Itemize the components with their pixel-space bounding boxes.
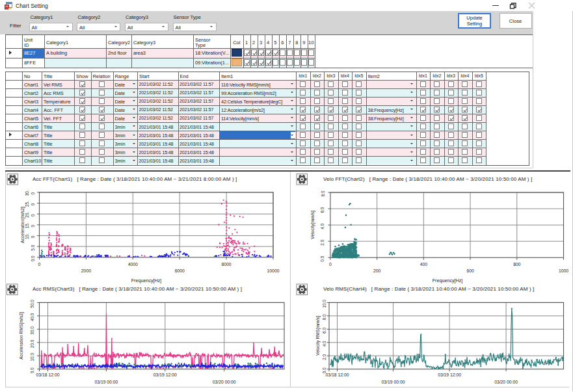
svg-text:50.0: 50.0 bbox=[31, 300, 35, 308]
svg-text:8.0: 8.0 bbox=[322, 314, 326, 320]
svg-text:Frequency[Hz]: Frequency[Hz] bbox=[433, 278, 463, 283]
svg-text:03/19 12:00: 03/19 12:00 bbox=[153, 372, 177, 377]
svg-text:4000: 4000 bbox=[128, 262, 138, 267]
svg-text:6.0: 6.0 bbox=[321, 207, 325, 213]
svg-text:600: 600 bbox=[466, 268, 474, 273]
svg-text:5.0: 5.0 bbox=[31, 244, 36, 250]
svg-text:Frequency[Hz]: Frequency[Hz] bbox=[131, 278, 162, 283]
svg-text:Velo FFT(Chart2) [ Range : D: Velo FFT(Chart2) [ Range : Date ( 3/18/2… bbox=[323, 176, 532, 182]
svg-text:6.0: 6.0 bbox=[322, 327, 326, 333]
svg-text:03/20 00:00: 03/20 00:00 bbox=[213, 380, 236, 384]
svg-text:03/18 12:00: 03/18 12:00 bbox=[36, 372, 60, 377]
svg-text:0: 0 bbox=[31, 235, 36, 238]
svg-text:200: 200 bbox=[373, 268, 381, 273]
svg-text:03/20 00:00: 03/20 00:00 bbox=[494, 380, 518, 384]
svg-text:20.0: 20.0 bbox=[31, 339, 35, 348]
svg-text:2.0: 2.0 bbox=[322, 354, 326, 359]
svg-text:0: 0 bbox=[31, 203, 36, 205]
svg-text:1000: 1000 bbox=[559, 268, 568, 273]
svg-text:Acceleration RMS[m/s2]: Acceleration RMS[m/s2] bbox=[19, 312, 24, 359]
svg-text:6000: 6000 bbox=[175, 268, 185, 273]
svg-text:8.0: 8.0 bbox=[321, 190, 325, 196]
svg-text:10.0: 10.0 bbox=[322, 300, 326, 308]
svg-text:0: 0 bbox=[329, 262, 332, 267]
svg-text:2.0: 2.0 bbox=[321, 239, 325, 245]
svg-text:400: 400 bbox=[420, 262, 428, 267]
svg-text:10000: 10000 bbox=[267, 268, 280, 273]
svg-text:0.0: 0.0 bbox=[31, 255, 36, 261]
svg-text:15.: 15. bbox=[25, 222, 29, 228]
svg-text:10.: 10. bbox=[25, 233, 29, 239]
svg-text:Acc RMS(Chart3) [ Range : Da: Acc RMS(Chart3) [ Range : Date ( 3/18/20… bbox=[33, 286, 242, 292]
svg-text:03/19 12:00: 03/19 12:00 bbox=[438, 372, 461, 377]
svg-text:0: 0 bbox=[31, 214, 36, 216]
svg-text:30.: 30. bbox=[25, 190, 29, 196]
svg-text:25.: 25. bbox=[25, 201, 29, 207]
svg-text:03/18 12:00: 03/18 12:00 bbox=[326, 372, 349, 377]
svg-text:40.0: 40.0 bbox=[31, 313, 35, 321]
svg-text:8000: 8000 bbox=[222, 262, 232, 267]
svg-text:800: 800 bbox=[513, 262, 521, 267]
svg-text:03/19 00:00: 03/19 00:00 bbox=[382, 380, 405, 384]
svg-text:2000: 2000 bbox=[81, 268, 91, 273]
svg-text:03/19 00:00: 03/19 00:00 bbox=[94, 380, 118, 384]
svg-text:0: 0 bbox=[38, 262, 41, 267]
svg-text:0: 0 bbox=[31, 192, 36, 195]
svg-text:0: 0 bbox=[31, 225, 36, 228]
svg-text:0.0: 0.0 bbox=[31, 367, 35, 373]
svg-text:Velocity RMS[mm/s]: Velocity RMS[mm/s] bbox=[315, 316, 321, 356]
svg-text:10.0: 10.0 bbox=[31, 353, 35, 361]
svg-text:Velo RMS(Chart4) [ Range : D: Velo RMS(Chart4) [ Range : Date ( 3/18/2… bbox=[323, 286, 534, 292]
svg-text:0.0: 0.0 bbox=[321, 255, 325, 261]
svg-text:Acceleration[m/s2]: Acceleration[m/s2] bbox=[20, 207, 25, 243]
svg-text:4.0: 4.0 bbox=[321, 223, 325, 229]
svg-text:Acc FFT(Chart1) [ Range : Da: Acc FFT(Chart1) [ Range : Date ( 3/18/20… bbox=[33, 176, 237, 182]
svg-text:Velocity[mm/s]: Velocity[mm/s] bbox=[310, 211, 315, 239]
svg-text:4.0: 4.0 bbox=[322, 341, 326, 346]
svg-text:30.0: 30.0 bbox=[31, 326, 35, 335]
svg-text:20.: 20. bbox=[25, 211, 29, 217]
